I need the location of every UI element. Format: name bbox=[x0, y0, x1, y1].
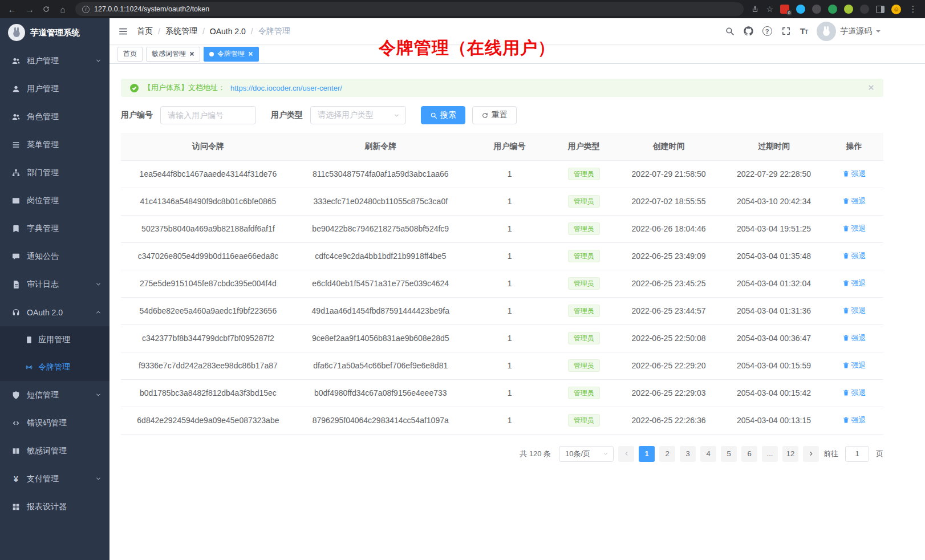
more-menu-icon[interactable]: ⋮ bbox=[908, 4, 918, 14]
sidebar-item-report-designer[interactable]: 报表设计器 bbox=[0, 493, 109, 521]
alert-close-button[interactable] bbox=[868, 84, 874, 92]
user-menu[interactable]: 芋道源码 bbox=[817, 22, 881, 41]
sidebar-item-label: 用户管理 bbox=[27, 84, 102, 94]
prev-page-button[interactable] bbox=[618, 446, 634, 462]
tags-view-bar: 首页 敏感词管理 令牌管理 bbox=[109, 44, 925, 64]
breadcrumb-separator: / bbox=[251, 27, 253, 36]
tab-token-management[interactable]: 令牌管理 bbox=[204, 47, 259, 62]
top-navbar: 首页 / 系统管理 / OAuth 2.0 / 令牌管理 ? TT 芋道源码 bbox=[109, 18, 925, 44]
extension-paw-icon[interactable] bbox=[860, 5, 869, 14]
site-info-icon[interactable]: i bbox=[82, 6, 90, 13]
sidebar-item-sensitive-word[interactable]: 敏感词管理 bbox=[0, 437, 109, 465]
sidebar-item-user[interactable]: 用户管理 bbox=[0, 75, 109, 103]
split-view-icon[interactable] bbox=[876, 6, 885, 13]
expires-at-cell: 2054-03-04 19:51:25 bbox=[723, 215, 825, 242]
sidebar-item-notice[interactable]: 通知公告 bbox=[0, 242, 109, 270]
next-page-button[interactable] bbox=[803, 446, 819, 462]
table-row: 6d842e2924594de9a09e45e087323abe 8796295… bbox=[121, 407, 883, 434]
bookmark-star-icon[interactable]: ☆ bbox=[766, 5, 773, 14]
close-icon[interactable] bbox=[248, 51, 253, 56]
sidebar-item-label: 短信管理 bbox=[27, 390, 89, 400]
tab-home[interactable]: 首页 bbox=[117, 47, 143, 62]
address-bar[interactable]: i 127.0.0.1:1024/system/oauth2/token bbox=[75, 2, 744, 16]
force-logout-button[interactable]: 强退 bbox=[842, 306, 866, 316]
browser-home-icon[interactable]: ⌂ bbox=[58, 5, 68, 14]
extension-android-icon[interactable] bbox=[844, 5, 853, 14]
sidebar-item-role[interactable]: 角色管理 bbox=[0, 103, 109, 131]
reset-button[interactable]: 重置 bbox=[472, 106, 517, 124]
force-logout-button[interactable]: 强退 bbox=[842, 333, 866, 343]
access-token-cell: 502375b8040a469a9b82188afdf6af1f bbox=[121, 215, 295, 242]
force-logout-button[interactable]: 强退 bbox=[842, 278, 866, 289]
user-type-select[interactable]: 请选择用户类型 bbox=[310, 106, 406, 124]
sidebar-item-error-code[interactable]: 错误码管理 bbox=[0, 409, 109, 437]
help-icon[interactable]: ? bbox=[762, 26, 772, 36]
sidebar-toggle-button[interactable] bbox=[109, 18, 137, 44]
sidebar-item-app-management[interactable]: 应用管理 bbox=[0, 326, 109, 354]
page-button-5[interactable]: 5 bbox=[721, 446, 737, 462]
sidebar-item-sms[interactable]: 短信管理 bbox=[0, 381, 109, 409]
sidebar-item-oauth[interactable]: OAuth 2.0 bbox=[0, 298, 109, 326]
fullscreen-icon[interactable] bbox=[781, 26, 791, 36]
sidebar-item-token-management[interactable]: 令牌管理 bbox=[0, 354, 109, 381]
created-at-cell: 2022-06-25 23:44:57 bbox=[614, 297, 723, 324]
extension-blue-icon[interactable] bbox=[796, 5, 805, 14]
extension-green-icon[interactable] bbox=[828, 5, 837, 14]
app-logo[interactable]: 芋道管理系统 bbox=[0, 18, 109, 47]
page-size-select[interactable]: 10条/页 bbox=[559, 446, 614, 462]
sidebar-item-audit-log[interactable]: 审计日志 bbox=[0, 270, 109, 298]
browser-forward-icon[interactable]: → bbox=[25, 5, 35, 14]
force-logout-button[interactable]: 强退 bbox=[842, 169, 866, 179]
created-at-cell: 2022-06-25 22:26:36 bbox=[614, 407, 723, 434]
github-icon[interactable] bbox=[744, 26, 753, 36]
doc-link[interactable]: https://doc.iocoder.cn/user-center/ bbox=[230, 84, 342, 92]
browser-back-icon[interactable]: ← bbox=[7, 5, 17, 14]
force-logout-button[interactable]: 强退 bbox=[842, 196, 866, 206]
tab-sensitive-word[interactable]: 敏感词管理 bbox=[146, 47, 200, 62]
access-token-cell: c347026e805e4d99b0d116eae66eda8c bbox=[121, 242, 295, 270]
breadcrumb-item-home[interactable]: 首页 bbox=[137, 26, 153, 36]
force-logout-button[interactable]: 强退 bbox=[842, 224, 866, 234]
page-button-1[interactable]: 1 bbox=[639, 446, 655, 462]
sidebar-item-dict[interactable]: 字典管理 bbox=[0, 214, 109, 242]
extension-red-icon[interactable]: 0 bbox=[780, 5, 789, 14]
expires-at-cell: 2054-03-10 20:42:34 bbox=[723, 188, 825, 215]
tab-label: 首页 bbox=[123, 49, 137, 59]
page-button-6[interactable]: 6 bbox=[741, 446, 757, 462]
force-logout-button[interactable]: 强退 bbox=[842, 415, 866, 425]
sidebar-item-menu[interactable]: 菜单管理 bbox=[0, 131, 109, 159]
breadcrumb-item-oauth[interactable]: OAuth 2.0 bbox=[210, 27, 246, 36]
force-logout-button[interactable]: 强退 bbox=[842, 388, 866, 398]
sidebar-item-pay[interactable]: ¥ 支付管理 bbox=[0, 465, 109, 493]
user-id-input[interactable] bbox=[160, 106, 256, 124]
page-ellipsis[interactable]: ... bbox=[762, 446, 778, 462]
force-logout-button[interactable]: 强退 bbox=[842, 251, 866, 261]
user-id-cell: 1 bbox=[466, 379, 554, 407]
force-logout-button[interactable]: 强退 bbox=[842, 360, 866, 371]
expires-at-cell: 2054-03-04 00:15:59 bbox=[723, 352, 825, 379]
close-icon[interactable] bbox=[189, 51, 194, 56]
sidebar-item-tenant[interactable]: 租户管理 bbox=[0, 47, 109, 75]
sidebar-item-post[interactable]: 岗位管理 bbox=[0, 186, 109, 214]
share-icon[interactable] bbox=[751, 5, 759, 13]
search-icon[interactable] bbox=[725, 26, 735, 36]
page-button-3[interactable]: 3 bbox=[680, 446, 696, 462]
sidebar-item-dept[interactable]: 部门管理 bbox=[0, 159, 109, 186]
search-button[interactable]: 搜索 bbox=[421, 106, 465, 124]
trash-icon bbox=[842, 389, 850, 396]
navbar-tools: ? TT 芋道源码 bbox=[725, 22, 881, 41]
sidebar-item-label: 审计日志 bbox=[27, 279, 89, 290]
page-button-2[interactable]: 2 bbox=[659, 446, 675, 462]
goto-page-input[interactable] bbox=[845, 446, 869, 462]
page-button-4[interactable]: 4 bbox=[700, 446, 716, 462]
browser-reload-icon[interactable] bbox=[42, 5, 50, 13]
font-size-icon[interactable]: TT bbox=[800, 26, 808, 36]
audit-log-icon bbox=[11, 280, 21, 289]
user-id-cell: 1 bbox=[466, 324, 554, 352]
access-token-cell: 54d6be82ee5a460a9aedc1f9bf223656 bbox=[121, 297, 295, 324]
browser-profile-avatar[interactable]: ☺ bbox=[891, 5, 901, 14]
page-button-12[interactable]: 12 bbox=[782, 446, 798, 462]
extension-dark-icon[interactable] bbox=[812, 5, 821, 14]
breadcrumb-item-system[interactable]: 系统管理 bbox=[165, 26, 197, 36]
access-token-cell: 41c41346a548490f9dc8b01c6bfe0865 bbox=[121, 188, 295, 215]
